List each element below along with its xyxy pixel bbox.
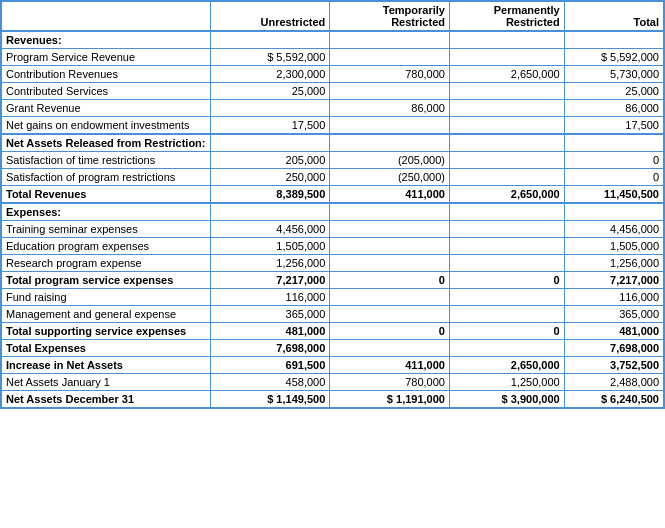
row-label: Total Revenues <box>1 186 210 204</box>
row-value-perm <box>449 83 564 100</box>
header-unrestricted: Unrestricted <box>210 1 330 31</box>
row-value-temp: $ 1,191,000 <box>330 391 450 409</box>
row-value-temp <box>330 306 450 323</box>
row-value-temp <box>330 117 450 135</box>
row-value-total: 1,505,000 <box>564 238 664 255</box>
table-row: Net gains on endowment investments17,500… <box>1 117 664 135</box>
row-value-unrestricted: 8,389,500 <box>210 186 330 204</box>
row-value-unrestricted: 4,456,000 <box>210 221 330 238</box>
row-value-temp: (250,000) <box>330 169 450 186</box>
row-value-total <box>564 203 664 221</box>
row-value-temp <box>330 289 450 306</box>
row-label: Satisfaction of program restrictions <box>1 169 210 186</box>
row-value-total: 7,217,000 <box>564 272 664 289</box>
row-value-perm <box>449 117 564 135</box>
table-row: Contribution Revenues2,300,000780,0002,6… <box>1 66 664 83</box>
row-value-total: 17,500 <box>564 117 664 135</box>
row-value-temp: 411,000 <box>330 357 450 374</box>
row-value-perm <box>449 306 564 323</box>
table-row: Contributed Services25,00025,000 <box>1 83 664 100</box>
row-value-perm <box>449 100 564 117</box>
row-value-perm: 2,650,000 <box>449 66 564 83</box>
row-value-unrestricted: 7,217,000 <box>210 272 330 289</box>
row-value-temp <box>330 83 450 100</box>
row-value-unrestricted <box>210 134 330 152</box>
row-value-temp <box>330 203 450 221</box>
row-value-perm: 2,650,000 <box>449 186 564 204</box>
row-value-total <box>564 31 664 49</box>
row-value-temp: 411,000 <box>330 186 450 204</box>
row-value-total: 25,000 <box>564 83 664 100</box>
row-value-total: 481,000 <box>564 323 664 340</box>
row-label: Net gains on endowment investments <box>1 117 210 135</box>
row-value-perm <box>449 134 564 152</box>
row-value-total: 86,000 <box>564 100 664 117</box>
table-row: Grant Revenue86,00086,000 <box>1 100 664 117</box>
row-value-perm <box>449 169 564 186</box>
row-value-perm <box>449 238 564 255</box>
table-row: Satisfaction of program restrictions250,… <box>1 169 664 186</box>
row-label: Net Assets January 1 <box>1 374 210 391</box>
table-row: Research program expense1,256,0001,256,0… <box>1 255 664 272</box>
row-label: Expenses: <box>1 203 210 221</box>
table-row: Increase in Net Assets691,500411,0002,65… <box>1 357 664 374</box>
row-value-unrestricted: 458,000 <box>210 374 330 391</box>
row-value-perm <box>449 203 564 221</box>
header-total: Total <box>564 1 664 31</box>
row-label: Training seminar expenses <box>1 221 210 238</box>
table-row: Program Service Revenue$ 5,592,000$ 5,59… <box>1 49 664 66</box>
row-value-temp <box>330 221 450 238</box>
row-value-total: $ 6,240,500 <box>564 391 664 409</box>
header-label <box>1 1 210 31</box>
row-value-perm <box>449 289 564 306</box>
row-value-perm <box>449 31 564 49</box>
row-value-unrestricted: 1,505,000 <box>210 238 330 255</box>
table-header: Unrestricted Temporarily Restricted Perm… <box>1 1 664 31</box>
row-value-unrestricted: 481,000 <box>210 323 330 340</box>
row-value-unrestricted <box>210 203 330 221</box>
row-value-total: 116,000 <box>564 289 664 306</box>
row-value-total: 365,000 <box>564 306 664 323</box>
table-row: Satisfaction of time restrictions205,000… <box>1 152 664 169</box>
row-value-temp <box>330 49 450 66</box>
row-value-temp: 0 <box>330 272 450 289</box>
header-temp-restricted: Temporarily Restricted <box>330 1 450 31</box>
section-header-row: Revenues: <box>1 31 664 49</box>
row-value-unrestricted: 365,000 <box>210 306 330 323</box>
row-label: Education program expenses <box>1 238 210 255</box>
row-value-temp: 780,000 <box>330 374 450 391</box>
row-value-unrestricted: 205,000 <box>210 152 330 169</box>
row-value-perm <box>449 49 564 66</box>
table-row: Total Expenses7,698,0007,698,000 <box>1 340 664 357</box>
row-value-total: 0 <box>564 152 664 169</box>
row-value-total: 7,698,000 <box>564 340 664 357</box>
row-value-total <box>564 134 664 152</box>
row-label: Net Assets Released from Restriction: <box>1 134 210 152</box>
row-value-temp: 86,000 <box>330 100 450 117</box>
row-value-total: 11,450,500 <box>564 186 664 204</box>
row-value-total: 5,730,000 <box>564 66 664 83</box>
row-label: Contributed Services <box>1 83 210 100</box>
table-row: Net Assets December 31$ 1,149,500$ 1,191… <box>1 391 664 409</box>
row-value-temp: 0 <box>330 323 450 340</box>
row-value-total: 4,456,000 <box>564 221 664 238</box>
row-value-temp <box>330 340 450 357</box>
row-value-unrestricted: 250,000 <box>210 169 330 186</box>
row-label: Total Expenses <box>1 340 210 357</box>
row-value-unrestricted: $ 1,149,500 <box>210 391 330 409</box>
row-label: Grant Revenue <box>1 100 210 117</box>
row-value-temp <box>330 255 450 272</box>
row-value-perm: 1,250,000 <box>449 374 564 391</box>
row-value-temp <box>330 134 450 152</box>
row-label: Fund raising <box>1 289 210 306</box>
row-value-perm <box>449 152 564 169</box>
row-value-total: 2,488,000 <box>564 374 664 391</box>
table-row: Fund raising116,000116,000 <box>1 289 664 306</box>
row-value-unrestricted <box>210 31 330 49</box>
row-value-unrestricted <box>210 100 330 117</box>
row-label: Satisfaction of time restrictions <box>1 152 210 169</box>
row-value-perm <box>449 221 564 238</box>
row-value-perm <box>449 340 564 357</box>
row-value-unrestricted: 691,500 <box>210 357 330 374</box>
table-row: Net Assets January 1458,000780,0001,250,… <box>1 374 664 391</box>
